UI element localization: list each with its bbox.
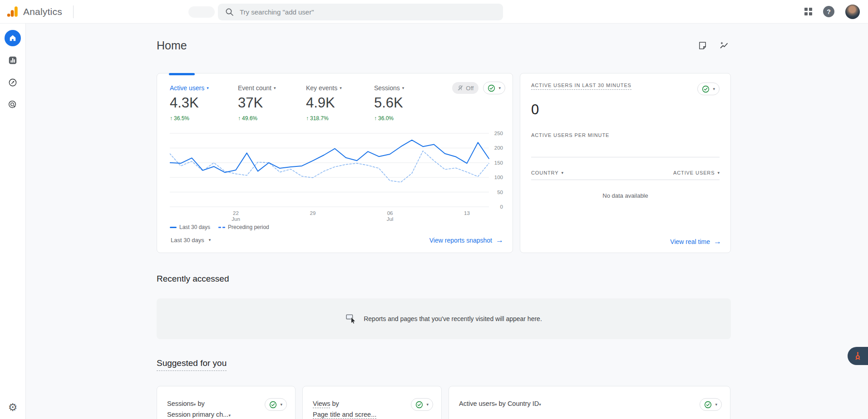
realtime-title[interactable]: ACTIVE USERS IN LAST 30 MINUTES — [531, 83, 631, 90]
data-quality-button[interactable]: ▾ — [697, 83, 720, 95]
caret-down-icon: ▾ — [274, 86, 276, 90]
card-metric[interactable]: Active users — [459, 400, 495, 407]
metric-change: 49.6% — [242, 115, 257, 122]
overview-footer: Last 30 days ▾ View reports snapshot → — [167, 234, 503, 246]
data-quality-button[interactable]: ▾ — [483, 82, 505, 94]
search-input[interactable] — [240, 8, 476, 16]
caret-down-icon: ▾ — [228, 413, 231, 418]
svg-text:13: 13 — [464, 210, 470, 216]
view-reports-snapshot-link[interactable]: View reports snapshot → — [429, 236, 503, 244]
sidebar-item-reports[interactable] — [5, 52, 21, 68]
svg-text:22: 22 — [233, 210, 239, 216]
legend-label: Preceding period — [228, 224, 269, 230]
up-arrow-icon: ↑ — [374, 115, 377, 122]
no-data-message: No data available — [531, 192, 720, 199]
suggested-card-sessions[interactable]: Sessions▾ by Session primary ch...▾ ▾ — [157, 386, 296, 419]
up-arrow-icon: ↑ — [306, 115, 309, 122]
metric-event-count[interactable]: Event count▾ 37K ↑49.6% — [238, 84, 306, 122]
active-users-column-header[interactable]: ACTIVE USERS ▾ — [673, 170, 720, 175]
cursor-icon — [345, 313, 358, 325]
sidebar-item-home[interactable] — [5, 30, 21, 46]
insights-icon[interactable] — [719, 41, 729, 51]
realtime-card: ACTIVE USERS IN LAST 30 MINUTES ▾ 0 ACTI… — [520, 73, 731, 253]
caret-down-icon: ▾ — [539, 402, 541, 407]
per-minute-sparkline — [531, 157, 720, 157]
sidebar-item-advertising[interactable] — [5, 97, 21, 113]
home-icon — [8, 34, 17, 43]
card-metric[interactable]: Sessions — [167, 400, 194, 407]
card-connector: by — [332, 400, 339, 407]
check-circle-icon — [415, 401, 423, 409]
metric-label: Sessions — [374, 84, 400, 92]
help-icon[interactable]: ? — [823, 6, 834, 17]
recently-accessed-message: Reports and pages that you've recently v… — [364, 315, 542, 322]
legend-label: Last 30 days — [179, 224, 210, 230]
signals-off-icon — [457, 85, 464, 91]
metric-value: 5.6K — [374, 95, 442, 111]
suggested-card-active-users[interactable]: Active users▾ by Country ID▾ ▾ — [449, 386, 730, 419]
suggested-title: Suggested for you — [157, 358, 227, 371]
metric-value: 4.9K — [306, 95, 374, 111]
caret-down-icon: ▾ — [280, 403, 282, 407]
comparison-off-label: Off — [466, 85, 473, 92]
caret-down-icon: ▾ — [194, 402, 196, 407]
metric-value: 4.3K — [170, 95, 238, 111]
arrow-right-icon: → — [496, 236, 503, 244]
comparison-off-toggle[interactable]: Off — [452, 82, 478, 94]
column-label: COUNTRY — [531, 170, 559, 175]
main-content: Home Off — [157, 24, 731, 419]
caret-down-icon: ▾ — [207, 86, 209, 90]
column-label: ACTIVE USERS — [673, 170, 715, 175]
hubspot-button[interactable] — [848, 347, 868, 365]
topbar-actions: ? — [804, 5, 860, 19]
advertising-icon — [8, 100, 18, 110]
data-quality-button[interactable]: ▾ — [265, 398, 287, 411]
check-circle-icon — [488, 84, 495, 92]
dashed-line-swatch — [218, 227, 225, 228]
caret-down-icon: ▾ — [717, 171, 720, 175]
svg-text:Jun: Jun — [232, 216, 240, 222]
ga-logo-icon — [6, 5, 19, 18]
search-bar[interactable] — [218, 4, 503, 20]
svg-text:150: 150 — [494, 160, 503, 166]
apps-grid-icon[interactable] — [804, 8, 812, 15]
date-range-select[interactable]: Last 30 days ▾ — [167, 234, 214, 246]
card-metric[interactable]: Views — [313, 400, 330, 408]
country-column-header[interactable]: COUNTRY ▾ — [531, 170, 563, 175]
caret-down-icon: ▾ — [713, 87, 715, 91]
caret-down-icon: ▾ — [340, 86, 342, 90]
link-label: View reports snapshot — [429, 237, 492, 244]
arrow-right-icon: → — [714, 238, 721, 245]
svg-text:29: 29 — [310, 210, 316, 216]
admin-gear-icon[interactable]: ⚙ — [8, 402, 18, 413]
metric-sessions[interactable]: Sessions▾ 5.6K ↑36.0% — [374, 84, 442, 122]
metric-label: Active users — [170, 84, 204, 92]
metric-active-users[interactable]: Active users▾ 4.3K ↑36.5% — [170, 84, 238, 122]
metrics-row: Active users▾ 4.3K ↑36.5% Event count▾ 3… — [157, 73, 513, 122]
metric-value: 37K — [238, 95, 306, 111]
metric-key-events[interactable]: Key events▾ 4.9K ↑318.7% — [306, 84, 374, 122]
data-quality-button[interactable]: ▾ — [700, 398, 722, 411]
suggested-card-views[interactable]: Views by Page title and scree... ▾ — [302, 386, 442, 419]
up-arrow-icon: ↑ — [170, 115, 173, 122]
view-real-time-link[interactable]: View real time → — [670, 238, 721, 245]
legend-item: Preceding period — [218, 224, 269, 230]
topbar: Analytics ? — [0, 0, 868, 24]
card-dimension[interactable]: Page title and scree... — [313, 411, 376, 419]
card-connector: by — [197, 400, 204, 407]
brand: Analytics — [6, 5, 74, 18]
metric-change: 36.0% — [378, 115, 394, 122]
avatar[interactable] — [845, 5, 860, 19]
sidebar-item-explore[interactable] — [5, 74, 21, 91]
per-minute-label: ACTIVE USERS PER MINUTE — [531, 132, 720, 138]
card-connector: by Country ID — [499, 400, 539, 407]
realtime-active-users-value: 0 — [531, 102, 720, 118]
recently-accessed-title: Recently accessed — [157, 274, 731, 284]
data-quality-button[interactable]: ▾ — [411, 398, 433, 411]
overview-card: Off ▾ Active users▾ 4.3K ↑36.5% E — [157, 73, 513, 253]
metric-change: 318.7% — [310, 115, 329, 122]
notes-icon[interactable] — [698, 41, 707, 50]
card-dimension[interactable]: Session primary ch... — [167, 411, 228, 418]
caret-down-icon: ▾ — [498, 86, 501, 90]
caret-down-icon: ▾ — [426, 403, 429, 407]
